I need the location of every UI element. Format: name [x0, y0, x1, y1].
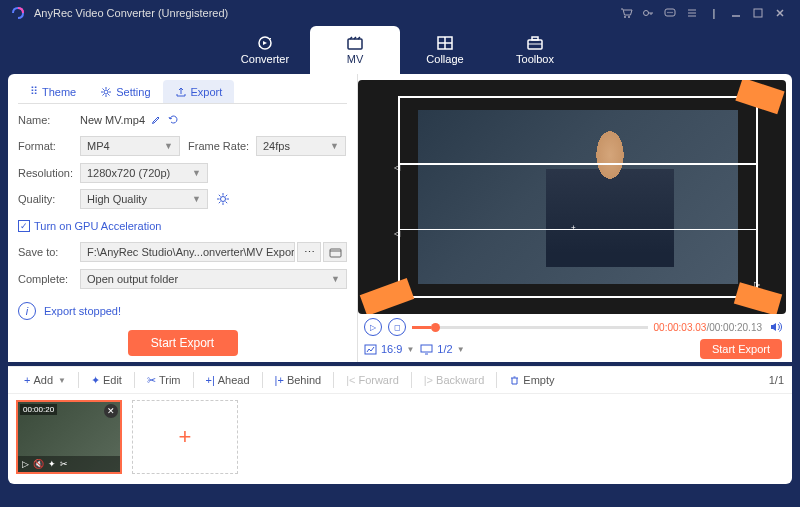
- cart-icon[interactable]: [616, 3, 636, 23]
- nav-label: Toolbox: [516, 53, 554, 65]
- nav-label: Collage: [426, 53, 463, 65]
- clip-thumbnail[interactable]: 00:00:20 ✕ ▷ 🔇 ✦ ✂: [16, 400, 122, 474]
- btn-label: Edit: [103, 374, 122, 386]
- btn-label: Backward: [436, 374, 484, 386]
- reset-name-icon[interactable]: [168, 114, 179, 125]
- tape-decoration: [360, 278, 415, 314]
- app-logo-icon: [10, 5, 26, 21]
- crop-center-icon[interactable]: +: [571, 223, 579, 231]
- crop-handle-icon[interactable]: ◁: [394, 229, 402, 237]
- start-export-button-right[interactable]: Start Export: [700, 339, 782, 359]
- plus-icon: +: [179, 424, 192, 450]
- framerate-value: 24fps: [263, 140, 290, 152]
- backward-icon: |>: [424, 374, 433, 386]
- tab-label: Export: [191, 86, 223, 98]
- gpu-checkbox[interactable]: ✓ Turn on GPU Acceleration: [18, 220, 161, 232]
- seek-slider[interactable]: [412, 326, 648, 329]
- complete-value: Open output folder: [87, 273, 178, 285]
- close-button[interactable]: [770, 3, 790, 23]
- nav-collage[interactable]: Collage: [400, 26, 490, 74]
- svg-point-4: [667, 12, 668, 13]
- forward-button: |< Forward: [338, 371, 407, 389]
- remove-clip-icon[interactable]: ✕: [104, 404, 118, 418]
- svg-point-5: [669, 12, 670, 13]
- format-select[interactable]: MP4 ▼: [80, 136, 180, 156]
- play-button[interactable]: ▷: [364, 318, 382, 336]
- quality-label: Quality:: [18, 193, 80, 205]
- svg-rect-7: [754, 9, 762, 17]
- behind-button[interactable]: |+ Behind: [267, 371, 330, 389]
- toolbox-icon: [526, 35, 544, 51]
- trim-button[interactable]: ✂ Trim: [139, 371, 189, 390]
- svg-point-1: [628, 16, 630, 18]
- time-display: 00:00:03.03/00:00:20.13: [654, 322, 762, 333]
- behind-icon: |+: [275, 374, 284, 386]
- clip-toolbar: + Add ▼ ✦ Edit ✂ Trim +| Ahead |+ Behind…: [8, 366, 792, 394]
- total-time: 00:00:20.13: [709, 322, 762, 333]
- svg-rect-12: [532, 37, 538, 40]
- window-title: AnyRec Video Converter (Unregistered): [34, 7, 614, 19]
- nav-converter[interactable]: Converter: [220, 26, 310, 74]
- aspect-icon: [364, 344, 377, 355]
- quality-settings-icon[interactable]: [216, 192, 230, 206]
- menu-icon[interactable]: [682, 3, 702, 23]
- top-nav: Converter MV Collage Toolbox: [0, 26, 800, 74]
- page-select[interactable]: 1/2 ▼: [420, 343, 464, 355]
- ahead-button[interactable]: +| Ahead: [198, 371, 258, 389]
- feedback-icon[interactable]: [660, 3, 680, 23]
- svg-point-13: [104, 90, 108, 94]
- current-time: 00:00:03.03: [654, 322, 707, 333]
- resolution-select[interactable]: 1280x720 (720p) ▼: [80, 163, 208, 183]
- clip-cut-icon[interactable]: ✂: [60, 459, 68, 469]
- export-panel: ⠿ Theme Setting Export Name: New MV.mp4 …: [8, 74, 358, 362]
- video-preview[interactable]: ◁ ◁ ▷ +: [358, 80, 786, 314]
- add-button[interactable]: + Add ▼: [16, 371, 74, 389]
- framerate-label: Frame Rate:: [188, 140, 256, 152]
- svg-point-6: [671, 12, 672, 13]
- chevron-down-icon: ▼: [330, 141, 339, 151]
- tab-setting[interactable]: Setting: [88, 80, 162, 103]
- nav-mv[interactable]: MV: [310, 26, 400, 74]
- quality-select[interactable]: High Quality ▼: [80, 189, 208, 209]
- ahead-icon: +|: [206, 374, 215, 386]
- key-icon[interactable]: [638, 3, 658, 23]
- btn-label: Empty: [523, 374, 554, 386]
- minimize-button[interactable]: [726, 3, 746, 23]
- resolution-label: Resolution:: [18, 167, 80, 179]
- clip-mute-icon[interactable]: 🔇: [33, 459, 44, 469]
- add-clip-button[interactable]: +: [132, 400, 238, 474]
- edit-name-icon[interactable]: [151, 114, 162, 125]
- export-icon: [175, 86, 187, 98]
- tab-theme[interactable]: ⠿ Theme: [18, 80, 88, 103]
- btn-label: Ahead: [218, 374, 250, 386]
- edit-button[interactable]: ✦ Edit: [83, 371, 130, 390]
- svg-rect-15: [330, 249, 341, 257]
- empty-button[interactable]: Empty: [501, 371, 562, 389]
- browse-button[interactable]: ⋯: [297, 242, 321, 262]
- tab-export[interactable]: Export: [163, 80, 235, 103]
- btn-label: Add: [33, 374, 53, 386]
- framerate-select[interactable]: 24fps ▼: [256, 136, 346, 156]
- gear-icon: [100, 86, 112, 98]
- tab-label: Theme: [42, 86, 76, 98]
- complete-label: Complete:: [18, 273, 80, 285]
- trash-icon: [509, 375, 520, 386]
- clip-play-icon[interactable]: ▷: [22, 459, 29, 469]
- chevron-down-icon: ▼: [164, 141, 173, 151]
- page-value: 1/2: [437, 343, 452, 355]
- complete-select[interactable]: Open output folder ▼: [80, 269, 347, 289]
- screen-icon: [420, 344, 433, 355]
- crop-handle-icon[interactable]: ◁: [394, 163, 402, 171]
- maximize-button[interactable]: [748, 3, 768, 23]
- start-export-button[interactable]: Start Export: [128, 330, 238, 356]
- volume-icon[interactable]: [768, 320, 782, 334]
- clip-fx-icon[interactable]: ✦: [48, 459, 56, 469]
- theme-icon: ⠿: [30, 85, 38, 98]
- stop-button[interactable]: ◻: [388, 318, 406, 336]
- clip-duration: 00:00:20: [20, 404, 57, 415]
- aspect-select[interactable]: 16:9 ▼: [364, 343, 414, 355]
- divider: |: [704, 3, 724, 23]
- open-folder-icon[interactable]: [323, 242, 347, 262]
- titlebar: AnyRec Video Converter (Unregistered) |: [0, 0, 800, 26]
- nav-toolbox[interactable]: Toolbox: [490, 26, 580, 74]
